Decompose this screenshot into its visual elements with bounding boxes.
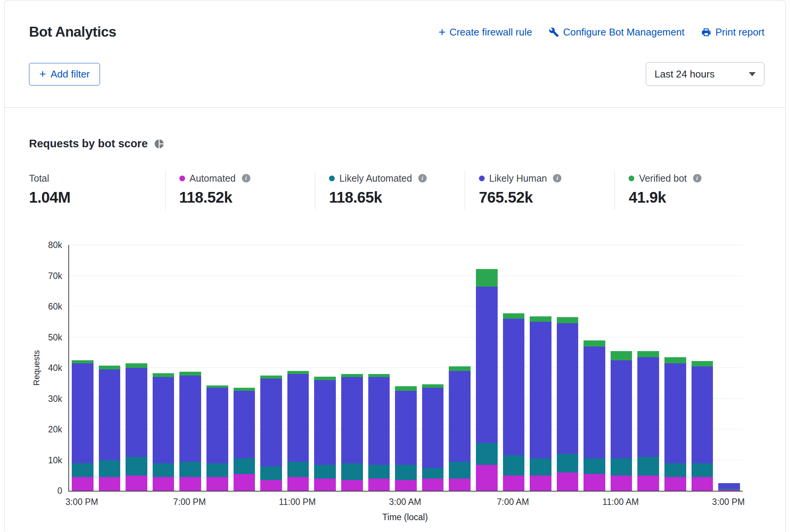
bar-stack xyxy=(153,373,174,491)
bar-stack xyxy=(557,317,579,491)
info-icon[interactable]: i xyxy=(553,174,561,182)
action-label: Configure Bot Management xyxy=(563,26,684,38)
add-filter-button[interactable]: + Add filter xyxy=(29,63,100,85)
add-filter-label: Add filter xyxy=(51,68,90,80)
info-icon[interactable]: i xyxy=(418,174,427,182)
bar-segment-verified-bot xyxy=(611,351,632,360)
y-axis-title: Requests xyxy=(32,350,42,386)
y-tick-label: 40k xyxy=(48,363,62,373)
info-icon[interactable]: i xyxy=(693,174,701,182)
filter-row: + Add filter Last 24 hours xyxy=(29,62,764,86)
bar-segment-likely-human xyxy=(530,322,551,458)
bar-segment-likely-automated xyxy=(99,460,121,477)
bar-segment-automated xyxy=(718,490,740,491)
bot-analytics-card: Bot Analytics + Create firewall rule Con… xyxy=(4,0,786,532)
bar-segment-likely-human xyxy=(179,376,201,461)
legend-dot xyxy=(629,176,634,181)
bar-stack xyxy=(637,351,659,491)
bar-stack xyxy=(503,313,525,491)
bar-segment-automated xyxy=(234,474,255,491)
bar-segment-automated xyxy=(664,477,686,491)
bar-segment-likely-automated xyxy=(260,466,282,480)
print-report-link[interactable]: Print report xyxy=(701,26,764,38)
stat-value: 41.9k xyxy=(629,189,764,206)
bar-segment-verified-bot xyxy=(126,363,147,368)
bar-segment-likely-human xyxy=(206,388,228,463)
bar-segment-likely-automated xyxy=(287,462,309,477)
info-icon[interactable]: i xyxy=(242,174,250,182)
stat-label: Automated xyxy=(190,173,236,184)
action-label: Create firewall rule xyxy=(450,26,532,38)
y-tick-label: 30k xyxy=(48,394,62,404)
bar-segment-likely-human xyxy=(611,360,632,459)
y-tick-label: 60k xyxy=(48,301,62,311)
bar-stack xyxy=(99,366,121,491)
bar-segment-automated xyxy=(395,480,417,491)
pie-chart-icon xyxy=(154,139,164,149)
bar-segment-automated xyxy=(368,479,390,491)
bar-stack xyxy=(287,371,309,491)
bar-segment-likely-automated xyxy=(179,462,201,477)
bar-segment-likely-human xyxy=(503,319,525,455)
wrench-icon xyxy=(549,27,559,37)
y-tick-label: 50k xyxy=(48,332,62,342)
bar-segment-likely-human xyxy=(314,380,336,464)
configure-bot-management-link[interactable]: Configure Bot Management xyxy=(549,26,684,38)
bar-segment-automated xyxy=(692,477,713,491)
stat-total: Total 1.04M xyxy=(29,171,165,210)
bar-segment-likely-automated xyxy=(503,455,525,475)
bar-segment-likely-automated xyxy=(368,465,390,479)
bar-segment-automated xyxy=(99,477,121,491)
bar-segment-likely-automated xyxy=(422,468,444,479)
bar-segment-automated xyxy=(584,474,605,491)
bar-stack xyxy=(476,269,498,491)
time-range-value: Last 24 hours xyxy=(655,68,715,80)
legend-dot xyxy=(329,176,335,181)
bar-segment-verified-bot xyxy=(692,361,713,366)
bar-stack xyxy=(530,316,551,491)
plot-area xyxy=(68,245,743,492)
bar-segment-likely-human xyxy=(260,379,282,466)
bar-segment-verified-bot xyxy=(99,366,121,369)
bar-stack xyxy=(368,374,390,491)
bar-segment-automated xyxy=(153,477,174,491)
bar-segment-likely-human xyxy=(341,377,363,463)
bar-segment-verified-bot xyxy=(637,351,659,357)
y-tick-label: 10k xyxy=(48,455,62,465)
bar-segment-automated xyxy=(449,479,471,491)
bar-segment-likely-human xyxy=(664,363,686,463)
action-label: Print report xyxy=(715,26,764,38)
bar-segment-verified-bot xyxy=(395,386,417,391)
bar-segment-likely-automated xyxy=(206,463,228,477)
bars xyxy=(69,245,743,491)
stat-value: 1.04M xyxy=(29,189,165,206)
bar-stack xyxy=(395,386,417,491)
bar-segment-likely-human xyxy=(637,357,659,457)
legend-dot xyxy=(479,176,485,181)
printer-icon xyxy=(701,27,711,37)
bar-stack xyxy=(664,357,686,491)
bar-stack xyxy=(126,363,147,491)
bar-stack xyxy=(72,360,94,491)
bar-segment-verified-bot xyxy=(664,357,686,363)
bar-segment-likely-human xyxy=(422,388,444,468)
bar-segment-automated xyxy=(557,472,579,491)
plot-column: 3:00 PM7:00 PM11:00 PM3:00 AM7:00 AM11:0… xyxy=(68,245,742,522)
chevron-down-icon xyxy=(749,72,756,76)
bar-segment-verified-bot xyxy=(153,373,174,377)
stat-value: 118.65k xyxy=(329,189,465,206)
stat-likely-automated: Likely Automated i 118.65k xyxy=(315,171,465,210)
create-firewall-rule-link[interactable]: + Create firewall rule xyxy=(439,26,532,38)
bar-segment-likely-automated xyxy=(611,458,632,475)
bar-segment-likely-human xyxy=(99,369,121,460)
stat-automated: Automated i 118.52k xyxy=(165,171,315,210)
x-tick-label: 7:00 PM xyxy=(173,497,206,507)
bar-segment-likely-automated xyxy=(692,463,713,477)
bar-segment-automated xyxy=(341,480,363,491)
bar-stack xyxy=(718,483,740,491)
requests-chart: Requests 010k20k30k40k50k60k70k80k 3:00 … xyxy=(29,245,764,522)
bar-segment-automated xyxy=(637,476,659,491)
bar-stack xyxy=(449,366,471,491)
time-range-dropdown[interactable]: Last 24 hours xyxy=(646,62,764,86)
bar-segment-verified-bot xyxy=(476,269,498,287)
